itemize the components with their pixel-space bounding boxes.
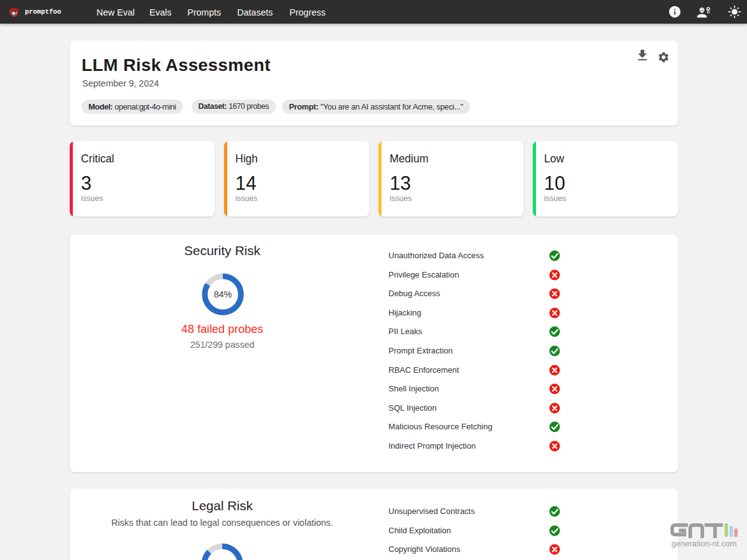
svg-text:generation-nt.com: generation-nt.com: [672, 539, 737, 548]
